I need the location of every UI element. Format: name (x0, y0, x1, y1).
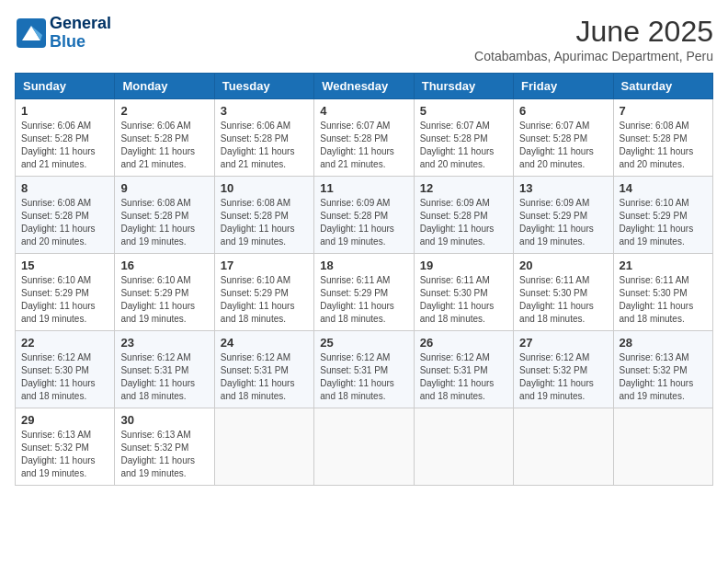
calendar-day-header: Tuesday (214, 74, 313, 99)
day-detail: Sunrise: 6:07 AM Sunset: 5:28 PM Dayligh… (320, 120, 407, 171)
logo-icon (15, 17, 48, 50)
calendar-cell: 17Sunrise: 6:10 AM Sunset: 5:29 PM Dayli… (214, 254, 313, 331)
calendar-cell: 16Sunrise: 6:10 AM Sunset: 5:29 PM Dayli… (115, 254, 214, 331)
day-detail: Sunrise: 6:09 AM Sunset: 5:28 PM Dayligh… (420, 197, 507, 248)
day-number: 7 (620, 104, 707, 118)
calendar-cell: 30Sunrise: 6:13 AM Sunset: 5:32 PM Dayli… (115, 408, 214, 486)
day-detail: Sunrise: 6:06 AM Sunset: 5:28 PM Dayligh… (120, 120, 208, 171)
calendar-cell: 14Sunrise: 6:10 AM Sunset: 5:29 PM Dayli… (613, 177, 712, 254)
day-number: 11 (320, 181, 407, 195)
day-number: 29 (21, 413, 108, 427)
calendar-cell: 19Sunrise: 6:11 AM Sunset: 5:30 PM Dayli… (414, 254, 513, 331)
day-detail: Sunrise: 6:12 AM Sunset: 5:31 PM Dayligh… (420, 351, 507, 403)
day-number: 4 (320, 104, 407, 118)
calendar-cell: 29Sunrise: 6:13 AM Sunset: 5:32 PM Dayli… (16, 408, 115, 486)
day-number: 27 (519, 336, 607, 350)
day-number: 30 (120, 413, 208, 427)
day-detail: Sunrise: 6:12 AM Sunset: 5:31 PM Dayligh… (320, 351, 407, 403)
logo-text: General Blue (50, 15, 111, 52)
day-number: 26 (420, 336, 507, 350)
calendar-cell: 22Sunrise: 6:12 AM Sunset: 5:30 PM Dayli… (16, 331, 115, 408)
day-number: 19 (420, 259, 507, 272)
calendar-cell: 13Sunrise: 6:09 AM Sunset: 5:29 PM Dayli… (514, 177, 613, 254)
day-detail: Sunrise: 6:10 AM Sunset: 5:29 PM Dayligh… (620, 197, 707, 248)
calendar-cell: 3Sunrise: 6:06 AM Sunset: 5:28 PM Daylig… (214, 99, 313, 177)
calendar-cell: 11Sunrise: 6:09 AM Sunset: 5:28 PM Dayli… (314, 177, 414, 254)
day-detail: Sunrise: 6:07 AM Sunset: 5:28 PM Dayligh… (420, 120, 507, 171)
calendar-day-header: Friday (514, 74, 613, 99)
calendar-cell: 5Sunrise: 6:07 AM Sunset: 5:28 PM Daylig… (414, 99, 513, 177)
calendar-week-row: 22Sunrise: 6:12 AM Sunset: 5:30 PM Dayli… (16, 331, 713, 408)
calendar-cell: 8Sunrise: 6:08 AM Sunset: 5:28 PM Daylig… (16, 177, 115, 254)
calendar-cell: 1Sunrise: 6:06 AM Sunset: 5:28 PM Daylig… (16, 99, 115, 177)
day-detail: Sunrise: 6:09 AM Sunset: 5:28 PM Dayligh… (320, 197, 407, 248)
day-number: 15 (21, 259, 108, 272)
day-detail: Sunrise: 6:11 AM Sunset: 5:29 PM Dayligh… (320, 274, 407, 326)
calendar-day-header: Sunday (16, 74, 115, 99)
day-detail: Sunrise: 6:12 AM Sunset: 5:31 PM Dayligh… (221, 351, 308, 403)
calendar-week-row: 1Sunrise: 6:06 AM Sunset: 5:28 PM Daylig… (16, 99, 713, 177)
calendar-cell: 18Sunrise: 6:11 AM Sunset: 5:29 PM Dayli… (314, 254, 414, 331)
day-number: 6 (519, 104, 607, 118)
calendar-day-header: Wednesday (314, 74, 414, 99)
day-detail: Sunrise: 6:10 AM Sunset: 5:29 PM Dayligh… (120, 274, 208, 326)
day-number: 21 (620, 259, 707, 272)
day-number: 9 (120, 181, 208, 195)
logo-line1: General (50, 15, 111, 33)
calendar-cell (613, 408, 712, 486)
calendar-cell (314, 408, 414, 486)
calendar-cell: 27Sunrise: 6:12 AM Sunset: 5:32 PM Dayli… (514, 331, 613, 408)
calendar-week-row: 29Sunrise: 6:13 AM Sunset: 5:32 PM Dayli… (16, 408, 713, 486)
day-number: 28 (620, 336, 707, 350)
calendar-week-row: 8Sunrise: 6:08 AM Sunset: 5:28 PM Daylig… (16, 177, 713, 254)
calendar-cell: 9Sunrise: 6:08 AM Sunset: 5:28 PM Daylig… (115, 177, 214, 254)
calendar-cell: 23Sunrise: 6:12 AM Sunset: 5:31 PM Dayli… (115, 331, 214, 408)
day-number: 25 (320, 336, 407, 350)
calendar-cell: 20Sunrise: 6:11 AM Sunset: 5:30 PM Dayli… (514, 254, 613, 331)
calendar-cell: 7Sunrise: 6:08 AM Sunset: 5:28 PM Daylig… (613, 99, 712, 177)
calendar-cell: 15Sunrise: 6:10 AM Sunset: 5:29 PM Dayli… (16, 254, 115, 331)
day-detail: Sunrise: 6:08 AM Sunset: 5:28 PM Dayligh… (620, 120, 707, 171)
calendar-cell: 21Sunrise: 6:11 AM Sunset: 5:30 PM Dayli… (613, 254, 712, 331)
calendar-cell: 12Sunrise: 6:09 AM Sunset: 5:28 PM Dayli… (414, 177, 513, 254)
logo: General Blue (15, 15, 111, 52)
day-number: 17 (221, 259, 308, 272)
calendar-day-header: Thursday (414, 74, 513, 99)
calendar-cell: 25Sunrise: 6:12 AM Sunset: 5:31 PM Dayli… (314, 331, 414, 408)
logo-line2: Blue (50, 33, 111, 52)
day-detail: Sunrise: 6:13 AM Sunset: 5:32 PM Dayligh… (120, 429, 208, 480)
day-detail: Sunrise: 6:08 AM Sunset: 5:28 PM Dayligh… (221, 197, 308, 248)
day-number: 23 (120, 336, 208, 350)
calendar-cell: 24Sunrise: 6:12 AM Sunset: 5:31 PM Dayli… (214, 331, 313, 408)
day-detail: Sunrise: 6:06 AM Sunset: 5:28 PM Dayligh… (221, 120, 308, 171)
day-detail: Sunrise: 6:11 AM Sunset: 5:30 PM Dayligh… (620, 274, 707, 326)
day-number: 13 (519, 181, 607, 195)
calendar-week-row: 15Sunrise: 6:10 AM Sunset: 5:29 PM Dayli… (16, 254, 713, 331)
day-detail: Sunrise: 6:12 AM Sunset: 5:30 PM Dayligh… (21, 351, 108, 403)
calendar-cell: 26Sunrise: 6:12 AM Sunset: 5:31 PM Dayli… (414, 331, 513, 408)
day-detail: Sunrise: 6:09 AM Sunset: 5:29 PM Dayligh… (519, 197, 607, 248)
day-number: 5 (420, 104, 507, 118)
subtitle: Cotabambas, Apurimac Department, Peru (474, 49, 713, 63)
calendar-day-header: Saturday (613, 74, 712, 99)
day-detail: Sunrise: 6:06 AM Sunset: 5:28 PM Dayligh… (21, 120, 108, 171)
day-detail: Sunrise: 6:08 AM Sunset: 5:28 PM Dayligh… (120, 197, 208, 248)
day-detail: Sunrise: 6:12 AM Sunset: 5:32 PM Dayligh… (519, 351, 607, 403)
calendar-cell: 10Sunrise: 6:08 AM Sunset: 5:28 PM Dayli… (214, 177, 313, 254)
calendar-cell: 2Sunrise: 6:06 AM Sunset: 5:28 PM Daylig… (115, 99, 214, 177)
calendar-cell: 6Sunrise: 6:07 AM Sunset: 5:28 PM Daylig… (514, 99, 613, 177)
day-number: 2 (120, 104, 208, 118)
day-number: 12 (420, 181, 507, 195)
calendar-day-header: Monday (115, 74, 214, 99)
day-detail: Sunrise: 6:07 AM Sunset: 5:28 PM Dayligh… (519, 120, 607, 171)
day-number: 20 (519, 259, 607, 272)
calendar-cell: 28Sunrise: 6:13 AM Sunset: 5:32 PM Dayli… (613, 331, 712, 408)
day-number: 1 (21, 104, 108, 118)
day-detail: Sunrise: 6:12 AM Sunset: 5:31 PM Dayligh… (120, 351, 208, 403)
calendar-cell (414, 408, 513, 486)
calendar-header-row: SundayMondayTuesdayWednesdayThursdayFrid… (16, 74, 713, 99)
day-detail: Sunrise: 6:10 AM Sunset: 5:29 PM Dayligh… (221, 274, 308, 326)
day-number: 8 (21, 181, 108, 195)
page-header: General Blue June 2025 Cotabambas, Apuri… (15, 15, 713, 63)
calendar-cell (214, 408, 313, 486)
